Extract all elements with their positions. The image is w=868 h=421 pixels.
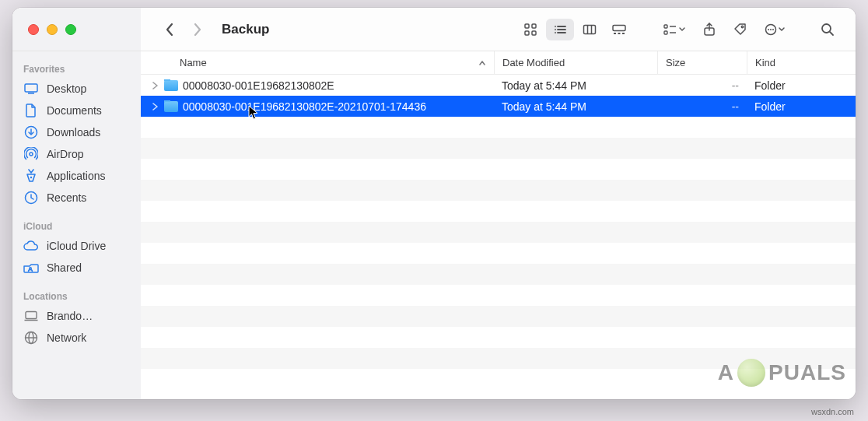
sidebar: Favorites Desktop Documents Downloads Ai… xyxy=(12,51,141,399)
column-header-date[interactable]: Date Modified xyxy=(494,51,657,74)
window-controls xyxy=(12,8,141,51)
svg-point-33 xyxy=(30,177,32,178)
column-view-button[interactable] xyxy=(576,19,604,40)
applications-icon xyxy=(23,168,39,184)
window-body: Favorites Desktop Documents Downloads Ai… xyxy=(12,51,856,399)
rows-area: 00008030-001E19682130802E Today at 5:44 … xyxy=(141,75,856,399)
icloud-icon xyxy=(23,238,39,254)
sidebar-item-label: Shared xyxy=(47,261,82,274)
sidebar-item-label: iCloud Drive xyxy=(47,240,106,252)
svg-rect-36 xyxy=(26,312,37,319)
file-list: Name Date Modified Size Kind 00008030-00… xyxy=(141,51,856,399)
sidebar-item-icloud-drive[interactable]: iCloud Drive xyxy=(12,235,141,257)
sidebar-item-downloads[interactable]: Downloads xyxy=(12,121,141,143)
sidebar-item-label: Network xyxy=(47,332,86,344)
sidebar-item-label: Downloads xyxy=(47,126,100,139)
folder-icon xyxy=(164,80,178,91)
date-cell: Today at 5:44 PM xyxy=(494,79,657,92)
nav-and-title: Backup xyxy=(141,18,269,41)
file-row[interactable]: 00008030-001E19682130802E-20210701-17443… xyxy=(141,96,856,117)
svg-point-24 xyxy=(768,29,769,30)
window-title: Backup xyxy=(222,22,269,37)
sidebar-item-label: AirDrop xyxy=(47,148,83,160)
desktop-icon xyxy=(23,81,39,96)
svg-point-22 xyxy=(741,26,743,27)
file-row[interactable]: 00008030-001E19682130802E Today at 5:44 … xyxy=(141,75,856,96)
sidebar-heading: Favorites xyxy=(12,59,141,78)
svg-rect-2 xyxy=(525,31,529,35)
sidebar-item-airdrop[interactable]: AirDrop xyxy=(12,143,141,165)
svg-rect-15 xyxy=(618,33,621,34)
sidebar-section-locations: Locations Brando… Network xyxy=(12,286,141,349)
finder-window: Backup xyxy=(12,8,856,399)
device-icon xyxy=(23,308,39,324)
list-view-button[interactable] xyxy=(546,19,574,40)
svg-rect-3 xyxy=(532,31,536,35)
svg-line-28 xyxy=(830,32,833,35)
sidebar-item-desktop[interactable]: Desktop xyxy=(12,78,141,100)
svg-rect-13 xyxy=(613,25,625,30)
titlebar: Backup xyxy=(12,8,856,51)
kind-cell: Folder xyxy=(747,100,856,113)
svg-rect-1 xyxy=(532,24,536,28)
recents-icon xyxy=(23,190,39,205)
size-cell: -- xyxy=(657,100,747,113)
sidebar-item-label: Brando… xyxy=(47,310,93,322)
sidebar-item-applications[interactable]: Applications xyxy=(12,165,141,187)
search-button[interactable] xyxy=(814,19,842,40)
airdrop-icon xyxy=(23,146,39,162)
group-by-button[interactable] xyxy=(656,19,692,40)
sidebar-item-label: Recents xyxy=(47,191,86,204)
column-header-name[interactable]: Name xyxy=(141,51,494,74)
shared-icon xyxy=(23,260,39,275)
sidebar-item-network[interactable]: Network xyxy=(12,327,141,349)
attribution: wsxdn.com xyxy=(811,407,854,416)
name-cell: 00008030-001E19682130802E-20210701-17443… xyxy=(141,100,494,113)
name-cell: 00008030-001E19682130802E xyxy=(141,79,494,92)
file-name: 00008030-001E19682130802E-20210701-17443… xyxy=(183,100,426,113)
toolbar xyxy=(515,17,856,42)
sidebar-item-documents[interactable]: Documents xyxy=(12,100,141,121)
kind-cell: Folder xyxy=(747,79,856,92)
file-name: 00008030-001E19682130802E xyxy=(183,79,334,92)
disclosure-triangle-icon[interactable] xyxy=(150,81,159,90)
disclosure-triangle-icon[interactable] xyxy=(150,102,159,111)
sidebar-section-icloud: iCloud iCloud Drive Shared xyxy=(12,216,141,279)
column-label: Name xyxy=(180,57,207,68)
close-button[interactable] xyxy=(28,24,39,35)
fullscreen-button[interactable] xyxy=(65,24,76,35)
network-icon xyxy=(23,330,39,346)
forward-button[interactable] xyxy=(186,18,209,41)
more-button[interactable] xyxy=(758,19,792,40)
sidebar-item-label: Applications xyxy=(47,170,106,182)
share-button[interactable] xyxy=(695,19,723,40)
column-label: Kind xyxy=(755,57,775,68)
size-cell: -- xyxy=(657,79,747,92)
sidebar-heading: Locations xyxy=(12,286,141,305)
icon-view-button[interactable] xyxy=(516,19,544,40)
download-icon xyxy=(23,125,39,140)
svg-point-25 xyxy=(770,29,772,30)
sort-indicator-icon xyxy=(478,60,486,66)
svg-point-27 xyxy=(822,24,831,33)
column-label: Size xyxy=(666,57,685,68)
sidebar-item-recents[interactable]: Recents xyxy=(12,187,141,209)
back-button[interactable] xyxy=(158,18,181,41)
tags-button[interactable] xyxy=(726,19,754,40)
sidebar-item-device[interactable]: Brando… xyxy=(12,305,141,327)
svg-rect-10 xyxy=(584,25,596,33)
column-label: Date Modified xyxy=(502,57,565,68)
sidebar-item-shared[interactable]: Shared xyxy=(12,257,141,279)
minimize-button[interactable] xyxy=(47,24,58,35)
svg-rect-18 xyxy=(664,31,667,34)
svg-rect-0 xyxy=(525,24,529,28)
column-header-size[interactable]: Size xyxy=(657,51,747,74)
svg-rect-17 xyxy=(664,25,667,28)
column-header-kind[interactable]: Kind xyxy=(747,51,856,74)
sidebar-item-label: Documents xyxy=(47,104,102,117)
column-headers: Name Date Modified Size Kind xyxy=(141,51,856,75)
document-icon xyxy=(23,103,39,118)
gallery-view-button[interactable] xyxy=(605,19,633,40)
svg-rect-14 xyxy=(614,33,616,34)
date-cell: Today at 5:44 PM xyxy=(494,100,657,113)
